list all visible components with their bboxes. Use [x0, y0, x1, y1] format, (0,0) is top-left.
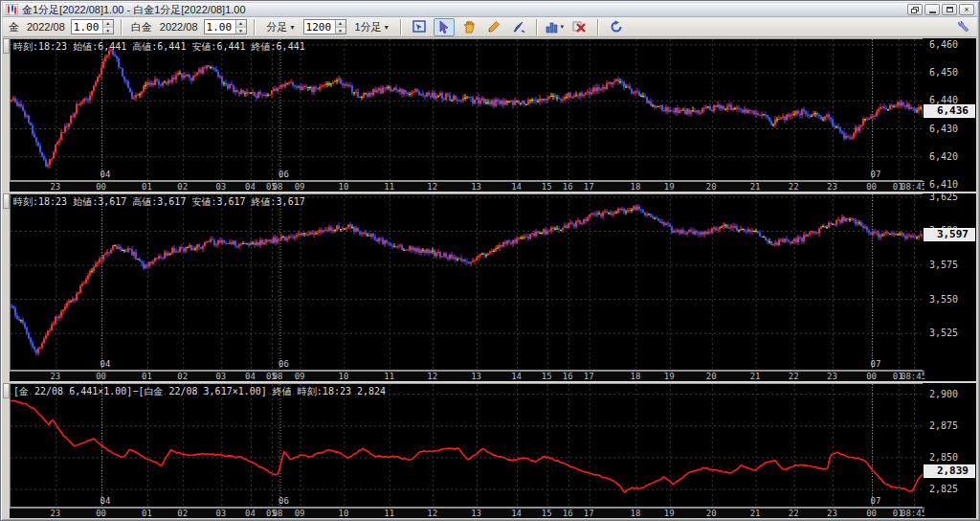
crosshair-chart-button[interactable] — [409, 18, 430, 36]
gold-multiplier-spinbox[interactable]: 1.00 ▲▼ — [71, 19, 114, 34]
title-bar[interactable]: 金1分足[2022/08]1.00 - 白金1分足[2022/08]1.00 × — [3, 3, 977, 17]
platinum-plot-area[interactable]: 時刻:18:23 始値:3,617 高値:3,617 安値:3,617 終値:3… — [10, 193, 924, 371]
time-axis-label: 20 — [706, 182, 717, 192]
gold-time-axis: 2300010203040508091011121314151617181920… — [10, 181, 924, 192]
price-axis-label: 3,625 — [929, 193, 958, 201]
app-candlestick-icon — [6, 4, 18, 15]
time-axis-label: 12 — [427, 509, 437, 518]
cursor-select-button[interactable] — [434, 18, 455, 36]
time-axis-label: 17 — [584, 509, 594, 518]
time-axis-label: 11 — [384, 372, 394, 381]
time-axis-label: 14 — [511, 509, 522, 518]
gold-label: 金 — [7, 20, 21, 34]
price-axis-label: 3,575 — [929, 260, 958, 270]
time-axis-label: 23 — [50, 509, 60, 518]
platinum-multiplier-spinbox[interactable]: 1.00 ▲▼ — [204, 19, 247, 34]
minimize-button[interactable] — [924, 4, 940, 15]
price-axis-label: 2,825 — [929, 484, 958, 494]
platinum-price-axis: 3,597 3,6253,6003,5753,5503,525 — [923, 193, 976, 381]
time-axis-label: 21 — [750, 182, 761, 192]
gold-plot-area[interactable]: 時刻:18:23 始値:6,441 高値:6,441 安値:6,441 終値:6… — [10, 38, 924, 181]
pencil-draw-button[interactable] — [483, 18, 504, 36]
close-button[interactable]: × — [959, 4, 974, 15]
bar-count-down[interactable]: ▼ — [336, 28, 345, 34]
time-axis-label: 10 — [339, 182, 349, 192]
time-axis-label: 08:45 — [901, 372, 924, 381]
gold-multiplier-down[interactable]: ▼ — [103, 28, 113, 34]
platinum-label: 白金 — [129, 20, 154, 34]
price-axis-label: 3,550 — [929, 293, 958, 304]
time-axis-label: 09 — [295, 182, 305, 192]
price-axis-label: 2,875 — [929, 419, 958, 430]
platinum-multiplier-up[interactable]: ▲ — [236, 20, 246, 28]
platinum-candlestick-chart[interactable] — [11, 194, 925, 372]
platinum-time-axis: 2300010203040508091011121314151617181920… — [10, 371, 924, 381]
time-axis-label: 00 — [866, 509, 877, 518]
time-axis-label: 22 — [789, 509, 799, 518]
crosshair-chart-icon — [412, 19, 427, 34]
time-axis-label: 16 — [563, 509, 573, 518]
bar-count-value[interactable]: 1200 — [304, 20, 335, 34]
spread-line-chart[interactable] — [11, 384, 925, 509]
price-axis-label: 2,850 — [929, 451, 958, 462]
time-axis-label: 11 — [384, 182, 394, 192]
gold-candlestick-chart[interactable] — [11, 39, 925, 182]
chevron-down-icon: ▾ — [560, 23, 564, 31]
gold-price-axis: 6,436 6,4606,4506,4406,4306,4206,410 — [923, 38, 976, 192]
refresh-button[interactable] — [606, 18, 627, 36]
spread-plot-area[interactable]: [金 22/08 6,441×1.00]−[白金 22/08 3,617×1.0… — [10, 383, 924, 508]
close-icon: × — [964, 6, 969, 14]
chart-pane-gold: 時刻:18:23 始値:6,441 高値:6,441 安値:6,441 終値:6… — [10, 38, 976, 192]
pane-scroll-handle[interactable] — [3, 193, 10, 209]
window-title: 金1分足[2022/08]1.00 - 白金1分足[2022/08]1.00 — [22, 3, 905, 17]
pane-scroll-handle[interactable] — [3, 38, 10, 54]
price-axis-label: 6,460 — [929, 38, 958, 49]
time-axis-label: 08 — [273, 182, 283, 192]
maximize-icon — [947, 7, 953, 12]
float-window-button[interactable] — [907, 4, 923, 15]
gold-contract-month[interactable]: 2022/08 — [25, 21, 67, 33]
time-axis-label: 09 — [295, 509, 305, 518]
interval-dropdown[interactable]: 1分足 ▾ — [350, 18, 393, 35]
gold-multiplier-up[interactable]: ▲ — [103, 20, 113, 28]
platinum-multiplier-down[interactable]: ▼ — [236, 28, 246, 34]
toolbar-separator — [254, 19, 256, 35]
time-axis-label: 02 — [177, 372, 188, 381]
time-axis-label: 12 — [427, 182, 437, 192]
pan-hand-button[interactable] — [458, 18, 479, 36]
time-axis-label: 22 — [789, 182, 799, 192]
cursor-select-icon — [436, 19, 452, 34]
time-axis-label: 08 — [273, 509, 283, 518]
chart-pane-spread: [金 22/08 6,441×1.00]−[白金 22/08 3,617×1.0… — [10, 383, 976, 518]
gold-multiplier-value[interactable]: 1.00 — [72, 20, 102, 34]
bar-count-spinbox[interactable]: 1200 ▲▼ — [303, 19, 346, 34]
pan-hand-icon — [461, 19, 477, 34]
pen-annotate-button[interactable] — [508, 18, 529, 36]
time-axis-label: 04 — [245, 182, 256, 192]
spread-time-axis: 2300010203040508091011121314151617181920… — [10, 508, 924, 518]
settings-wrench-button[interactable] — [952, 18, 973, 36]
chart-window: 金1分足[2022/08]1.00 - 白金1分足[2022/08]1.00 ×… — [0, 0, 980, 521]
time-axis-label: 22 — [789, 372, 799, 381]
platinum-contract-month[interactable]: 2022/08 — [158, 21, 200, 33]
indicator-menu-button[interactable]: ▾ — [545, 18, 566, 36]
bar-count-up[interactable]: ▲ — [336, 20, 345, 28]
time-axis-label: 03 — [215, 509, 226, 518]
time-axis-label: 01 — [142, 509, 152, 518]
time-axis-label: 00 — [96, 182, 106, 192]
time-axis-label: 23 — [827, 182, 837, 192]
delete-chart-button[interactable] — [569, 18, 590, 36]
delete-chart-icon — [572, 19, 588, 34]
time-axis-label: 17 — [584, 372, 594, 381]
toolbar-separator — [536, 19, 538, 35]
platinum-multiplier-value[interactable]: 1.00 — [205, 20, 235, 34]
gold-last-price-tag: 6,436 — [924, 104, 975, 118]
pane-scroll-handle[interactable] — [3, 383, 10, 398]
time-axis-label: 09 — [295, 372, 305, 381]
price-axis-label: 3,525 — [929, 328, 958, 338]
maximize-button[interactable] — [942, 4, 957, 15]
time-axis-label: 10 — [339, 372, 349, 381]
bar-type-dropdown[interactable]: 分足 ▾ — [262, 18, 300, 35]
time-axis-label: 23 — [50, 372, 60, 381]
time-axis-label: 08:45 — [901, 509, 924, 518]
